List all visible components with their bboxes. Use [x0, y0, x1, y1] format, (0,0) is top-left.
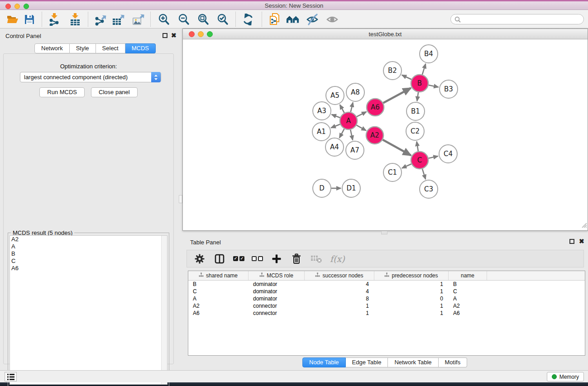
show-columns-icon[interactable]: [213, 253, 226, 265]
graph-edge-A-A6[interactable]: [357, 112, 367, 117]
list-item[interactable]: A6: [10, 265, 167, 272]
close-panel-icon[interactable]: ✖: [171, 32, 177, 39]
cell-mcds-role[interactable]: dominator: [249, 281, 305, 288]
open-file-icon[interactable]: [6, 13, 19, 26]
column-header-mcds-role[interactable]: MCDS role: [249, 271, 305, 280]
graph-node-A[interactable]: A: [340, 112, 357, 129]
zoom-selected-icon[interactable]: [216, 13, 229, 26]
run-mcds-button[interactable]: Run MCDS: [39, 87, 85, 97]
cell-name[interactable]: A6: [449, 310, 487, 317]
graph-node-B2[interactable]: B2: [383, 62, 402, 80]
cell-predecessor-nodes[interactable]: 1: [374, 288, 449, 295]
graph-node-A7[interactable]: A7: [346, 141, 364, 159]
vertical-splitter-handle[interactable]: [179, 195, 182, 203]
cell-predecessor-nodes[interactable]: 0: [374, 295, 449, 302]
cell-shared-name[interactable]: A: [188, 295, 249, 302]
graph-node-B1[interactable]: B1: [406, 102, 425, 120]
graph-node-A4[interactable]: A4: [325, 138, 344, 156]
table-row[interactable]: Cdominator41C: [188, 288, 585, 295]
float-panel-icon[interactable]: [163, 33, 167, 38]
add-row-icon[interactable]: [270, 253, 283, 265]
graph-edge-B-B3[interactable]: [429, 85, 439, 87]
table-row[interactable]: A2connector11A2: [188, 302, 585, 310]
graph-node-D[interactable]: D: [313, 179, 331, 197]
graph-edge-A6-B[interactable]: [383, 88, 411, 103]
save-session-icon[interactable]: [23, 13, 36, 26]
graph-node-B3[interactable]: B3: [440, 80, 458, 98]
list-item[interactable]: C: [10, 257, 167, 265]
cell-name[interactable]: A2: [449, 302, 487, 310]
graph-edge-A-A7[interactable]: [350, 130, 353, 140]
graph-node-A3[interactable]: A3: [313, 102, 331, 120]
duplicate-network-icon[interactable]: [268, 13, 282, 26]
graph-node-C[interactable]: C: [411, 152, 428, 169]
task-history-button[interactable]: [5, 372, 17, 381]
table-row[interactable]: Bdominator41B: [188, 281, 585, 288]
horizontal-splitter-handle[interactable]: [381, 231, 387, 234]
window-resize-grip[interactable]: [581, 222, 587, 230]
cell-predecessor-nodes[interactable]: 1: [374, 310, 449, 317]
graph-node-C3[interactable]: C3: [420, 180, 438, 198]
export-image-icon[interactable]: [132, 13, 145, 26]
show-selected-icon[interactable]: [326, 13, 339, 26]
column-header-successor-nodes[interactable]: successor nodes: [305, 271, 374, 280]
list-item[interactable]: A: [10, 243, 167, 250]
tab-network[interactable]: Network: [34, 43, 70, 53]
deselect-all-icon[interactable]: [252, 256, 263, 261]
memory-button[interactable]: Memory: [547, 372, 584, 381]
cell-name[interactable]: A: [449, 295, 487, 302]
graph-edge-C-C4[interactable]: [429, 156, 438, 158]
function-builder-icon[interactable]: f(x): [330, 254, 345, 264]
float-table-panel-icon[interactable]: [569, 239, 574, 244]
cell-mcds-role[interactable]: connector: [249, 302, 305, 310]
column-header-shared-name[interactable]: shared name: [188, 271, 249, 280]
graph-edge-A-A1[interactable]: [331, 124, 340, 128]
cell-predecessor-nodes[interactable]: 1: [374, 281, 449, 288]
tab-network-table[interactable]: Network Table: [388, 357, 438, 367]
graph-node-B[interactable]: B: [411, 75, 428, 92]
tab-motifs[interactable]: Motifs: [439, 357, 468, 367]
graph-edge-A-A5[interactable]: [340, 105, 344, 113]
export-table-icon[interactable]: [112, 13, 125, 26]
graph-node-A1[interactable]: A1: [312, 123, 330, 141]
network-window-titlebar[interactable]: testGlobe.txt: [183, 29, 588, 39]
cell-shared-name[interactable]: A6: [188, 310, 249, 317]
refresh-layout-icon[interactable]: [241, 13, 255, 26]
column-header-predecessor-nodes[interactable]: predecessor nodes: [374, 271, 449, 280]
zoom-out-icon[interactable]: [177, 13, 191, 26]
cell-successor-nodes[interactable]: 4: [305, 288, 374, 295]
graph-edge-A-A8[interactable]: [351, 102, 353, 112]
graph-node-C4[interactable]: C4: [439, 145, 457, 163]
import-table-icon[interactable]: [68, 13, 82, 26]
graph-edge-C-C3[interactable]: [422, 169, 425, 179]
tab-style[interactable]: Style: [70, 43, 96, 53]
zoom-in-icon[interactable]: [157, 13, 171, 26]
search-input[interactable]: [463, 16, 583, 23]
show-all-networks-icon[interactable]: [286, 13, 300, 26]
cell-shared-name[interactable]: C: [188, 288, 249, 295]
tab-edge-table[interactable]: Edge Table: [346, 357, 388, 367]
tab-mcds[interactable]: MCDS: [125, 43, 156, 53]
close-panel-button[interactable]: Close panel: [91, 87, 138, 97]
cell-shared-name[interactable]: B: [188, 281, 249, 288]
mcds-result-list[interactable]: A2ABCA6: [10, 235, 167, 385]
graph-node-A6[interactable]: A6: [367, 99, 384, 116]
tab-select[interactable]: Select: [96, 43, 125, 53]
list-item[interactable]: A2: [10, 236, 167, 243]
graph-edge-C-C1[interactable]: [402, 164, 411, 168]
graph-edge-B-B1[interactable]: [417, 92, 418, 101]
zoom-fit-icon[interactable]: [196, 13, 210, 26]
column-header-name[interactable]: name: [449, 271, 487, 280]
table-options-icon[interactable]: [193, 253, 206, 265]
graph-edge-A-A4[interactable]: [339, 129, 344, 138]
cell-successor-nodes[interactable]: 1: [305, 302, 374, 310]
graph-node-A5[interactable]: A5: [326, 86, 344, 105]
graph-edge-B-B4[interactable]: [422, 64, 425, 75]
cell-successor-nodes[interactable]: 8: [305, 295, 374, 302]
cell-successor-nodes[interactable]: 4: [305, 281, 374, 288]
delete-row-icon[interactable]: [290, 253, 303, 265]
graph-edge-B-B2[interactable]: [402, 75, 411, 80]
cell-mcds-role[interactable]: dominator: [249, 288, 305, 295]
graph-node-A8[interactable]: A8: [346, 83, 364, 101]
list-item[interactable]: B: [10, 250, 167, 257]
